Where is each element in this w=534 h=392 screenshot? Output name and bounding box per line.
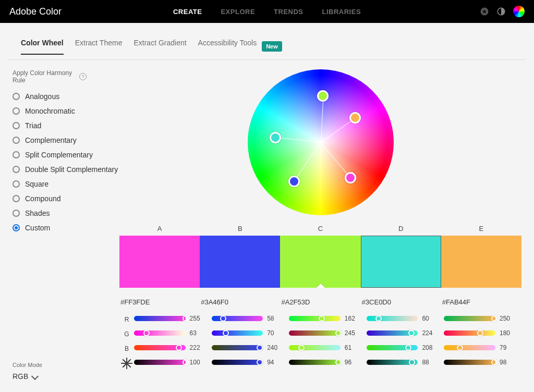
swatch[interactable] (119, 236, 200, 288)
harmony-option-analogous[interactable]: Analogous (13, 92, 119, 101)
help-icon[interactable]: ? (79, 73, 87, 80)
swatch[interactable] (280, 236, 360, 288)
tab-extract-gradient[interactable]: Extract Gradient (134, 39, 186, 54)
slider-value[interactable]: 224 (422, 329, 436, 337)
brightness-slider[interactable] (367, 360, 418, 365)
tab-extract-theme[interactable]: Extract Theme (75, 39, 123, 54)
channel-label-b: B (125, 344, 129, 354)
wheel-handle[interactable] (288, 176, 300, 187)
channel-b-slider[interactable] (444, 345, 495, 350)
channel-b-slider[interactable] (367, 345, 418, 350)
slider-value[interactable]: 79 (500, 344, 514, 351)
slider-value[interactable]: 63 (190, 329, 204, 337)
hex-value[interactable]: #FF3FDE (119, 298, 200, 306)
slider-value[interactable]: 100 (190, 359, 204, 366)
slider-value[interactable]: 162 (345, 315, 359, 322)
star-icon[interactable] (480, 7, 489, 16)
brightness-slider[interactable] (134, 360, 186, 365)
channel-g-slider[interactable] (289, 330, 341, 336)
channel-labels-column: R G B (119, 313, 134, 369)
harmony-option-triad[interactable]: Triad (13, 121, 119, 130)
slider-value[interactable]: 60 (422, 315, 436, 322)
channel-r-slider[interactable] (212, 316, 263, 321)
brightness-slider[interactable] (212, 360, 263, 365)
channel-r-slider[interactable] (367, 316, 418, 321)
slider-value[interactable]: 94 (267, 359, 282, 366)
slider-value[interactable]: 61 (345, 344, 359, 351)
swatch[interactable] (441, 236, 521, 288)
channel-g-slider[interactable] (134, 330, 186, 336)
brightness-slider[interactable] (289, 360, 341, 365)
slider-value[interactable]: 70 (267, 329, 282, 337)
slider-value[interactable]: 208 (422, 344, 436, 351)
slider-value[interactable]: 88 (422, 359, 436, 366)
harmony-option-shades[interactable]: Shades (13, 209, 119, 217)
slider-value[interactable]: 96 (345, 359, 359, 366)
right-column: ABCDE #FF3FDE#3A46F0#A2F53D#3CE0D0#FAB44… (119, 69, 521, 369)
harmony-option-label: Split Complementary (25, 151, 93, 159)
swatches-area: ABCDE #FF3FDE#3A46F0#A2F53D#3CE0D0#FAB44… (119, 220, 521, 369)
swatch-letter: E (441, 220, 521, 236)
slider-row: 98 (444, 357, 514, 368)
harmony-option-square[interactable]: Square (13, 180, 119, 188)
slider-row: 255 (134, 313, 204, 324)
harmony-option-split-complementary[interactable]: Split Complementary (13, 151, 119, 159)
channel-r-slider[interactable] (289, 316, 341, 321)
slider-value[interactable]: 222 (190, 344, 204, 351)
hex-value[interactable]: #FAB44F (441, 298, 521, 306)
tab-accessibility[interactable]: Accessibility Tools (198, 39, 257, 54)
slider-value[interactable]: 245 (345, 329, 359, 337)
harmony-option-label: Custom (25, 224, 50, 232)
theme-toggle-icon[interactable] (496, 7, 506, 16)
slider-value[interactable]: 180 (500, 329, 514, 337)
channel-b-slider[interactable] (134, 345, 186, 350)
slider-value[interactable]: 58 (267, 315, 282, 322)
slider-value[interactable]: 240 (267, 344, 282, 351)
channel-column: 587024094 (212, 313, 289, 369)
slider-row: 70 (212, 328, 282, 338)
channel-g-slider[interactable] (212, 330, 263, 336)
harmony-option-custom[interactable]: Custom (13, 224, 119, 232)
swatch-letter: C (280, 220, 360, 236)
hex-value[interactable]: #3A46F0 (200, 298, 280, 306)
user-avatar[interactable] (513, 6, 525, 17)
harmony-rule-label: Apply Color Harmony Rule (13, 69, 75, 84)
slider-row: 96 (289, 357, 359, 368)
channel-g-slider[interactable] (367, 330, 418, 336)
channel-b-slider[interactable] (289, 345, 341, 350)
nav-libraries[interactable]: LIBRARIES (322, 8, 361, 16)
wheel-handle[interactable] (349, 112, 361, 124)
harmony-option-complementary[interactable]: Complementary (13, 136, 119, 144)
harmony-option-compound[interactable]: Compound (13, 194, 119, 203)
harmony-option-double-split-complementary[interactable]: Double Split Complementary (13, 165, 119, 174)
slider-row: 240 (212, 342, 282, 353)
wheel-handle[interactable] (317, 90, 329, 102)
slider-value[interactable]: 255 (190, 315, 204, 322)
wheel-handle[interactable] (345, 172, 356, 183)
nav-create[interactable]: CREATE (173, 8, 202, 16)
radio-icon (13, 224, 20, 231)
channel-b-slider[interactable] (212, 345, 263, 350)
brand-title: Adobe Color (9, 6, 62, 17)
color-mode-select[interactable]: RGB (13, 372, 42, 381)
nav-explore[interactable]: EXPLORE (221, 8, 255, 16)
brightness-slider[interactable] (444, 360, 495, 365)
radio-icon (13, 166, 20, 173)
hex-value[interactable]: #A2F53D (280, 298, 360, 306)
tab-color-wheel[interactable]: Color Wheel (21, 39, 64, 54)
top-right (480, 6, 525, 17)
channel-g-slider[interactable] (444, 330, 495, 336)
slider-value[interactable]: 250 (500, 315, 514, 322)
slider-value[interactable]: 98 (500, 359, 514, 366)
swatch[interactable] (361, 236, 441, 288)
nav-trends[interactable]: TRENDS (274, 8, 303, 16)
channel-r-slider[interactable] (134, 316, 186, 321)
sub-nav: Color Wheel Extract Theme Extract Gradie… (8, 23, 526, 60)
hex-value[interactable]: #3CE0D0 (361, 298, 441, 306)
channel-sliders-grid: R G B 2556322210058702409416224561966022… (119, 313, 521, 369)
channel-r-slider[interactable] (444, 316, 495, 321)
wheel-handle[interactable] (270, 132, 281, 143)
swatch[interactable] (200, 236, 280, 288)
harmony-option-monochromatic[interactable]: Monochromatic (13, 107, 119, 115)
color-wheel[interactable] (248, 69, 394, 215)
